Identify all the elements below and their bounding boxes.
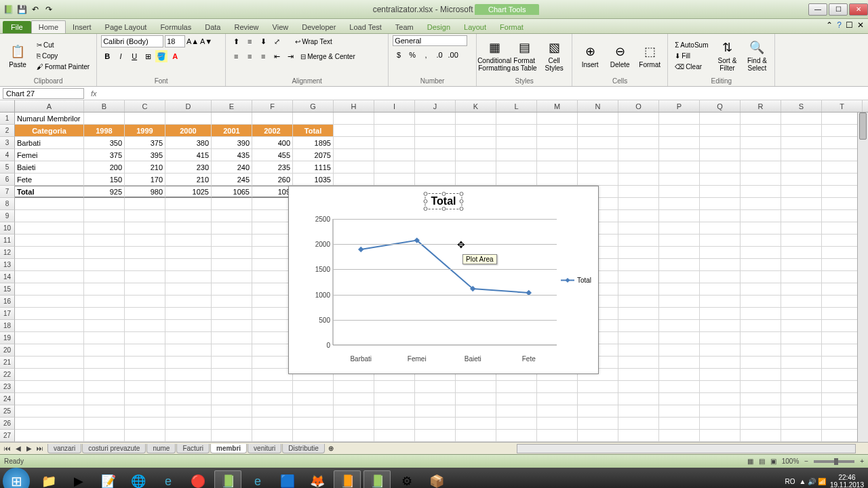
help-icon[interactable]: ? [837,20,842,30]
cell[interactable] [165,357,212,369]
col-header[interactable]: E [212,100,252,112]
row-header[interactable]: 3 [0,137,15,149]
orientation-icon[interactable]: ⤢ [271,35,283,47]
cell[interactable] [293,381,334,393]
cell[interactable] [125,271,165,283]
cell[interactable] [334,137,374,149]
cell[interactable]: Categoria [15,125,84,137]
cell[interactable] [456,174,496,186]
cell[interactable] [700,405,741,418]
tab-review[interactable]: Review [227,21,265,33]
cell[interactable] [125,198,165,210]
cell[interactable]: 2075 [293,149,334,161]
number-format-select[interactable] [393,35,467,46]
task-excel2[interactable]: 📗 [363,470,391,488]
cell[interactable] [659,113,700,125]
cell[interactable] [659,247,700,259]
task-explorer[interactable]: 📁 [35,470,62,488]
cell[interactable] [578,149,618,161]
cell[interactable]: 210 [125,161,165,174]
col-header[interactable]: S [781,100,822,112]
cell[interactable] [537,381,578,393]
cell[interactable] [293,113,334,125]
tray-icons[interactable]: ▲ 🔊 📶 [799,478,825,485]
cell[interactable] [659,430,700,442]
row-header[interactable]: 17 [0,308,15,320]
font-name-select[interactable] [101,35,163,47]
cell[interactable] [15,344,84,357]
cell[interactable] [700,381,741,393]
cell[interactable] [741,125,781,137]
cell[interactable]: 395 [125,149,165,161]
cell[interactable] [15,357,84,369]
cell[interactable] [125,235,165,247]
cell[interactable] [374,149,415,161]
cell[interactable] [578,430,618,442]
cell[interactable] [741,198,781,210]
cell[interactable] [781,344,822,357]
formula-input[interactable] [101,89,868,98]
cell[interactable] [252,198,293,210]
cell[interactable] [618,113,659,125]
cell[interactable] [618,174,659,186]
cell[interactable] [496,161,537,174]
cell[interactable] [537,393,578,405]
row-header[interactable]: 6 [0,174,15,186]
cell[interactable] [212,418,252,430]
cell[interactable] [456,393,496,405]
cell[interactable] [659,332,700,344]
decrease-decimal-icon[interactable]: .00 [447,49,459,61]
cell[interactable] [374,430,415,442]
cell[interactable] [618,210,659,222]
clear-button[interactable]: ⌫Clear [672,62,711,72]
cell[interactable] [15,198,84,210]
zoom-out-icon[interactable]: − [804,458,808,465]
cell[interactable] [659,393,700,405]
cell[interactable] [125,222,165,235]
row-header[interactable]: 23 [0,381,15,393]
cell[interactable] [212,344,252,357]
save-icon[interactable]: 💾 [16,4,27,15]
cell[interactable] [15,296,84,308]
cell[interactable] [741,344,781,357]
cell[interactable] [496,137,537,149]
cell[interactable] [334,149,374,161]
cell[interactable] [741,357,781,369]
cell[interactable] [781,332,822,344]
cell[interactable] [15,235,84,247]
cell[interactable] [700,210,741,222]
window-close-icon[interactable]: ✕ [857,20,864,30]
cell[interactable] [659,198,700,210]
cell[interactable] [293,418,334,430]
cell[interactable] [822,405,863,418]
cell[interactable] [741,430,781,442]
cell[interactable] [781,125,822,137]
tab-layout[interactable]: Layout [457,21,493,33]
cell[interactable]: 150 [84,174,125,186]
cell[interactable] [659,357,700,369]
cell[interactable] [741,283,781,296]
cell[interactable] [781,174,822,186]
cell[interactable] [293,393,334,405]
cell[interactable] [84,235,125,247]
row-header[interactable]: 10 [0,222,15,235]
cell[interactable] [659,186,700,198]
comma-icon[interactable]: , [420,49,432,61]
cell[interactable] [822,418,863,430]
cell[interactable] [822,259,863,271]
cell[interactable] [212,247,252,259]
cell[interactable] [700,137,741,149]
col-header[interactable]: A [15,100,84,112]
cell[interactable] [781,247,822,259]
cell[interactable] [125,308,165,320]
cell[interactable]: 925 [84,186,125,198]
cell[interactable] [618,186,659,198]
tab-format[interactable]: Format [493,21,530,33]
cell[interactable] [578,418,618,430]
cell[interactable] [334,174,374,186]
cell[interactable] [537,174,578,186]
cell[interactable] [165,344,212,357]
fill-color-button[interactable]: 🪣 [155,50,167,62]
cell[interactable] [618,247,659,259]
cell[interactable] [165,247,212,259]
